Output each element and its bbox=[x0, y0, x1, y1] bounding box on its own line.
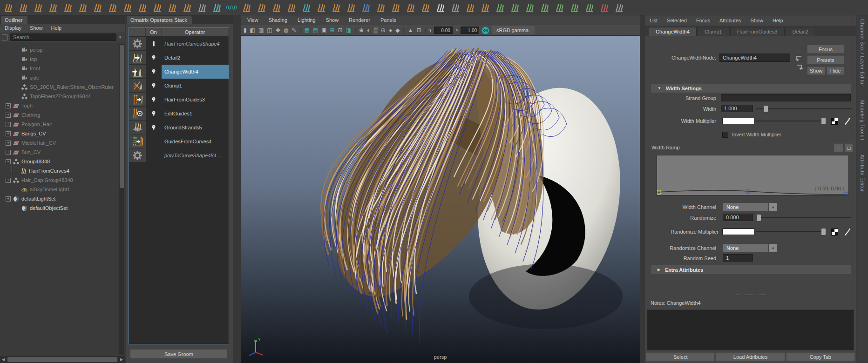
outliner-item[interactable]: front bbox=[0, 64, 118, 73]
shelf-icon[interactable] bbox=[270, 1, 282, 13]
strand-group-field[interactable] bbox=[721, 94, 851, 101]
width-channel-dropdown[interactable]: None ▼ bbox=[723, 203, 777, 211]
outliner-filter-icon[interactable] bbox=[2, 34, 8, 40]
expand-toggle-icon[interactable]: + bbox=[6, 141, 11, 146]
viewport-toolbar-icon[interactable]: ⊡ bbox=[416, 27, 421, 33]
operator-enable-toggle[interactable] bbox=[146, 65, 162, 79]
ae-menu-item[interactable]: Focus bbox=[696, 18, 710, 23]
shelf-icon[interactable] bbox=[2, 1, 14, 13]
ae-node-tab[interactable]: ChangeWidth4 bbox=[649, 27, 697, 36]
outliner-item[interactable]: + Toph bbox=[0, 101, 118, 110]
outliner-item[interactable]: top bbox=[0, 54, 118, 64]
operator-name[interactable]: polyToCurveShape484 ... bbox=[162, 148, 229, 162]
shelf-icon[interactable] bbox=[210, 1, 223, 13]
randomize-multiplier-swatch[interactable] bbox=[722, 229, 754, 235]
operator-row[interactable]: Clump1 bbox=[129, 79, 229, 93]
outliner-item[interactable]: persp bbox=[0, 45, 118, 54]
outliner-menu-item[interactable]: Help bbox=[51, 25, 62, 31]
viewport-menu-item[interactable]: Renderer bbox=[349, 17, 370, 23]
viewport-toolbar-icon[interactable]: ✎ bbox=[292, 27, 296, 33]
scroll-left-icon[interactable]: ◀ bbox=[0, 357, 7, 362]
operator-row[interactable]: GuidesFromCurves4 bbox=[129, 134, 229, 148]
shelf-icon[interactable] bbox=[345, 1, 357, 13]
hide-button[interactable]: Hide bbox=[827, 67, 844, 75]
outliner-item[interactable]: HairFromCurves4 bbox=[0, 166, 118, 175]
expand-toggle-icon[interactable]: + bbox=[6, 113, 11, 118]
expand-toggle-icon[interactable]: + bbox=[6, 103, 11, 108]
swap-input-connection-icon[interactable] bbox=[794, 54, 803, 62]
viewport-toolbar-icon[interactable]: | bbox=[424, 27, 426, 33]
ae-footer-button[interactable]: Load Attributes bbox=[716, 352, 785, 361]
width-slider[interactable] bbox=[756, 105, 852, 113]
viewport-toolbar-icon[interactable]: ◆ bbox=[395, 27, 400, 33]
paint-brush-icon[interactable] bbox=[843, 117, 852, 125]
ae-menu-item[interactable]: Attributes bbox=[719, 18, 741, 23]
shelf-icon[interactable] bbox=[181, 1, 193, 13]
operator-row[interactable]: Detail2 bbox=[129, 51, 229, 65]
width-multiplier-slider[interactable] bbox=[756, 117, 826, 125]
outliner-vscrollbar[interactable] bbox=[119, 44, 124, 355]
operator-row[interactable]: EditGuides1 bbox=[129, 107, 229, 121]
texture-map-icon[interactable] bbox=[831, 229, 838, 235]
viewport-toolbar-icon[interactable]: ▦ bbox=[304, 27, 309, 33]
gamma-field[interactable] bbox=[461, 27, 479, 34]
shelf-icon[interactable] bbox=[359, 1, 372, 13]
viewport-menu-item[interactable]: Panels bbox=[380, 17, 396, 23]
operator-name[interactable]: GroundStrands5 bbox=[162, 121, 229, 134]
randomize-channel-dropdown[interactable]: None ▼ bbox=[723, 244, 777, 252]
outliner-item[interactable]: defaultObjectSet bbox=[0, 203, 118, 213]
expand-toggle-icon[interactable]: − bbox=[6, 159, 11, 164]
operator-name[interactable]: HairFromGuides3 bbox=[162, 93, 229, 107]
viewport-toolbar-icon[interactable]: ◐ bbox=[367, 27, 370, 33]
operator-row[interactable]: GroundStrands5 bbox=[129, 121, 229, 134]
viewport-toolbar-icon[interactable]: ▣ bbox=[321, 27, 326, 33]
operator-enable-toggle[interactable] bbox=[146, 93, 162, 107]
save-groom-button[interactable]: Save Groom bbox=[130, 350, 227, 358]
viewport-toolbar-icon[interactable]: ● bbox=[389, 27, 392, 33]
ae-footer-button[interactable]: Select bbox=[646, 352, 715, 361]
shelf-icon[interactable] bbox=[509, 1, 521, 13]
viewport-menu-item[interactable]: Lighting bbox=[298, 17, 316, 23]
expand-toggle-icon[interactable]: + bbox=[6, 178, 11, 183]
width-settings-header[interactable]: ▼ Width Settings bbox=[651, 84, 851, 93]
presets-button[interactable]: Presets bbox=[807, 55, 844, 64]
outliner-item[interactable]: + Clothing bbox=[0, 110, 118, 120]
shelf-icon[interactable] bbox=[240, 1, 252, 13]
shelf-icon[interactable] bbox=[285, 1, 297, 13]
viewport-toolbar-icon[interactable]: ◨ bbox=[346, 27, 351, 33]
focus-button[interactable]: Focus bbox=[807, 45, 844, 54]
viewport-toolbar-icon[interactable]: ▲ bbox=[408, 27, 414, 33]
ae-menu-item[interactable]: Show bbox=[750, 18, 763, 23]
viewport-toolbar-icon[interactable]: ▤ bbox=[313, 27, 318, 33]
viewport-menu-item[interactable]: View bbox=[247, 17, 258, 23]
shelf-icon[interactable] bbox=[464, 1, 476, 13]
outliner-item[interactable]: − Group48348 bbox=[0, 157, 118, 166]
operator-name[interactable]: EditGuides1 bbox=[162, 107, 229, 121]
randomize-multiplier-slider[interactable] bbox=[756, 228, 826, 236]
shelf-icon[interactable] bbox=[613, 1, 625, 13]
shelf-icon[interactable] bbox=[330, 1, 342, 13]
view-transform-on-toggle[interactable]: ON bbox=[481, 27, 489, 34]
operator-enable-toggle[interactable] bbox=[146, 107, 162, 121]
viewport-toolbar-icon[interactable]: ◍ bbox=[284, 27, 288, 33]
shelf-icon[interactable] bbox=[434, 1, 446, 13]
paint-brush-icon[interactable] bbox=[843, 228, 852, 236]
operator-enable-toggle[interactable] bbox=[146, 51, 162, 65]
invert-width-multiplier-checkbox[interactable] bbox=[722, 132, 728, 138]
shelf-icon[interactable] bbox=[47, 1, 59, 13]
delete-ramp-icon[interactable]: ✕ bbox=[834, 143, 843, 152]
ae-node-tab[interactable]: Detail2 bbox=[786, 27, 815, 36]
viewport-toolbar-icon[interactable]: ◫ bbox=[267, 27, 272, 33]
outliner-item[interactable]: TophFibers27:Group46844 bbox=[0, 92, 118, 101]
operator-name[interactable]: HairFromCurvesShape4 bbox=[162, 37, 229, 51]
outliner-panel-tab[interactable]: Outliner bbox=[1, 16, 27, 24]
shelf-icon[interactable] bbox=[91, 1, 103, 13]
sidebar-vertical-tab[interactable]: Channel Box / Layer Editor bbox=[860, 19, 865, 86]
ae-menu-item[interactable]: Help bbox=[773, 18, 783, 23]
randomize-slider[interactable] bbox=[756, 214, 851, 222]
random-seed-field[interactable] bbox=[723, 254, 753, 262]
shelf-icon[interactable] bbox=[300, 1, 312, 13]
operator-name[interactable]: ChangeWidth4 bbox=[162, 65, 229, 79]
node-name-field[interactable] bbox=[719, 54, 790, 62]
shelf-icon[interactable] bbox=[17, 1, 29, 13]
